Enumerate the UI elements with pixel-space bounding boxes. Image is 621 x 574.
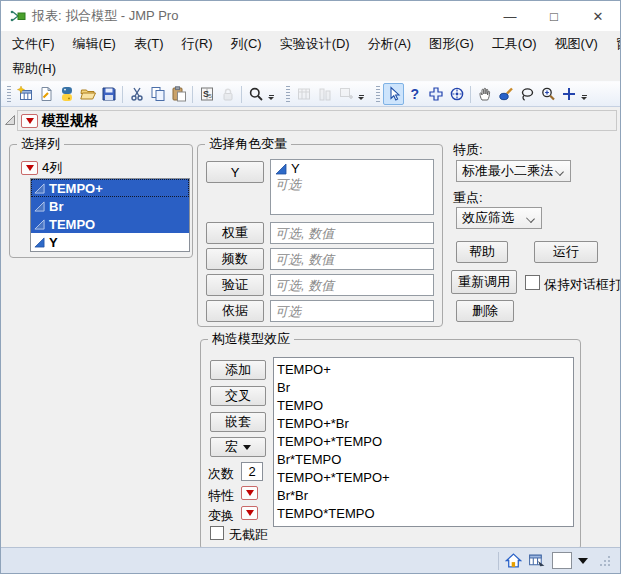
menu-tables[interactable]: 表(T) — [125, 31, 173, 56]
maximize-button[interactable]: □ — [532, 1, 576, 31]
effect-item[interactable]: Br*TEMPO — [274, 450, 573, 468]
role-variables-label: 选择角色变量 — [205, 137, 291, 151]
crosshair-tool-icon[interactable] — [425, 83, 446, 105]
toolbar-separator — [122, 86, 123, 103]
personality-combo[interactable]: 标准最小二乘法 — [456, 160, 571, 182]
black-triangle-icon — [243, 445, 251, 450]
new-data-table-icon[interactable] — [14, 83, 35, 105]
color-swatch[interactable] — [552, 552, 572, 569]
menu-window[interactable]: 窗口(W) — [607, 31, 621, 56]
run-button[interactable]: 运行 — [534, 241, 598, 263]
red-triangle-icon[interactable] — [21, 161, 38, 175]
effect-item[interactable]: Br*Br — [274, 486, 573, 504]
menu-graph[interactable]: 图形(G) — [420, 31, 483, 56]
toolbar-grip[interactable] — [376, 86, 380, 102]
continuous-column-icon — [34, 183, 45, 194]
help-button[interactable]: 帮助 — [456, 241, 508, 263]
lasso-tool-icon[interactable] — [516, 83, 537, 105]
degree-label: 次数 — [208, 465, 234, 483]
outline-header-model-specification[interactable]: 模型规格 — [17, 110, 617, 131]
effect-item[interactable]: TEMPO+ — [274, 360, 573, 378]
attributes-red-triangle-icon[interactable] — [241, 486, 258, 500]
menu-rows[interactable]: 行(R) — [173, 31, 222, 56]
validation-role-button[interactable]: 验证 — [206, 274, 264, 296]
column-list-item[interactable]: Br — [31, 197, 189, 215]
red-triangle-icon[interactable] — [21, 114, 38, 128]
keep-dialog-open-checkbox[interactable] — [525, 275, 540, 290]
grabber-tool-icon[interactable] — [474, 83, 495, 105]
lock-icon — [217, 83, 238, 105]
magnifier-tool-icon[interactable] — [537, 83, 558, 105]
remove-button[interactable]: 删除 — [456, 300, 514, 322]
brush-tool-icon[interactable] — [495, 83, 516, 105]
toolbar: S 5 — [1, 81, 620, 107]
annotate-crosshair-icon[interactable] — [558, 83, 579, 105]
close-button[interactable]: ✕ — [576, 1, 620, 31]
by-role-button[interactable]: 依据 — [206, 300, 264, 322]
arrow-tool-icon[interactable] — [383, 83, 404, 105]
effect-item[interactable]: TEMPO — [274, 396, 573, 414]
disabled-table-icon — [293, 83, 314, 105]
weight-role-box[interactable]: 可选, 数值 — [270, 222, 434, 244]
column-list-item[interactable]: TEMPO+ — [31, 179, 189, 197]
search-icon[interactable] — [245, 83, 266, 105]
help-tool-icon[interactable]: ? — [404, 83, 425, 105]
menu-tools[interactable]: 工具(O) — [483, 31, 546, 56]
resize-grip[interactable] — [598, 554, 612, 568]
effect-item[interactable]: TEMPO+*Br — [274, 414, 573, 432]
add-button[interactable]: 添加 — [210, 360, 266, 380]
toolbar-overflow-caret[interactable] — [579, 85, 589, 103]
copy-icon[interactable] — [147, 83, 168, 105]
y-role-button[interactable]: Y — [206, 161, 264, 183]
validation-role-box[interactable]: 可选, 数值 — [270, 274, 434, 296]
menu-cols[interactable]: 列(C) — [222, 31, 271, 56]
degree-input[interactable]: 2 — [241, 462, 263, 481]
new-journal-icon[interactable] — [35, 83, 56, 105]
home-icon[interactable] — [505, 552, 522, 569]
effect-item[interactable]: Br — [274, 378, 573, 396]
weight-role-button[interactable]: 权重 — [206, 222, 264, 244]
outline-disclosure-icon[interactable] — [4, 114, 16, 126]
toolbar-grip[interactable] — [286, 86, 290, 102]
continuous-column-icon — [34, 237, 45, 248]
effect-item[interactable]: TEMPO+*TEMPO — [274, 432, 573, 450]
by-role-box[interactable]: 可选 — [270, 300, 434, 322]
emphasis-label: 重点: — [453, 189, 483, 207]
freq-role-button[interactable]: 频数 — [206, 248, 264, 270]
menu-doe[interactable]: 实验设计(D) — [271, 31, 359, 56]
nest-button[interactable]: 嵌套 — [210, 412, 266, 432]
open-icon[interactable] — [77, 83, 98, 105]
minimize-button[interactable]: — — [488, 1, 532, 31]
macros-button[interactable]: 宏 — [210, 437, 266, 457]
recall-button[interactable]: 重新调用 — [451, 270, 517, 294]
data-table-icon[interactable] — [528, 552, 546, 569]
save-icon[interactable] — [98, 83, 119, 105]
transform-red-triangle-icon[interactable] — [241, 506, 258, 520]
cut-icon[interactable] — [126, 83, 147, 105]
menu-view[interactable]: 视图(V) — [546, 31, 607, 56]
continuous-column-icon — [34, 219, 45, 230]
freq-role-box[interactable]: 可选, 数值 — [270, 248, 434, 270]
python-script-icon[interactable] — [56, 83, 77, 105]
scroller-tool-icon[interactable] — [446, 83, 467, 105]
paste-icon[interactable] — [168, 83, 189, 105]
toolbar-grip[interactable] — [7, 86, 11, 102]
no-intercept-checkbox[interactable] — [210, 526, 224, 540]
cross-button[interactable]: 交叉 — [210, 386, 266, 406]
y-role-box[interactable]: Y 可选 — [270, 159, 434, 215]
column-list-item[interactable]: TEMPO — [31, 215, 189, 233]
statusbar-dropdown-icon[interactable] — [578, 558, 588, 564]
effect-item[interactable]: TEMPO+*TEMPO+ — [274, 468, 573, 486]
toolbar-overflow-caret[interactable] — [356, 85, 366, 103]
menu-help[interactable]: 帮助(H) — [3, 56, 65, 81]
column-list-item[interactable]: Y — [31, 233, 189, 251]
menu-file[interactable]: 文件(F) — [3, 31, 64, 56]
menu-edit[interactable]: 编辑(E) — [64, 31, 125, 56]
emphasis-combo[interactable]: 效应筛选 — [456, 207, 542, 229]
toolbar-overflow-caret[interactable] — [266, 85, 276, 103]
columns-listbox[interactable]: TEMPO+ Br TEMPO Y — [30, 178, 190, 252]
script-window-icon[interactable]: S 5 — [196, 83, 217, 105]
menu-analyze[interactable]: 分析(A) — [359, 31, 420, 56]
effect-item[interactable]: TEMPO*TEMPO — [274, 504, 573, 522]
effects-listbox[interactable]: TEMPO+ Br TEMPO TEMPO+*Br TEMPO+*TEMPO B… — [273, 357, 574, 527]
